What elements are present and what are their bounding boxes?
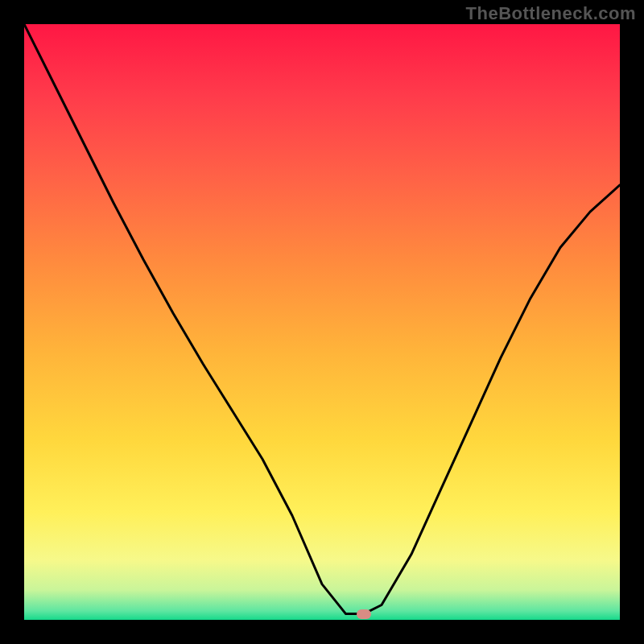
optimal-marker	[357, 609, 371, 619]
plot-area	[24, 24, 620, 620]
watermark-text: TheBottleneck.com	[466, 3, 636, 24]
chart-frame: TheBottleneck.com	[0, 0, 644, 644]
bottleneck-curve	[24, 24, 620, 614]
curve-layer	[24, 24, 620, 620]
